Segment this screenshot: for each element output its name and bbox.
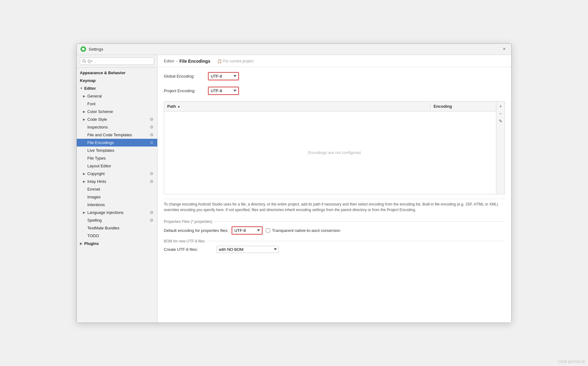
settings-badge-icon: ⚙: [150, 125, 154, 129]
bom-select[interactable]: with NO BOM with BOM: [217, 246, 279, 253]
sidebar-item-emmet[interactable]: Emmet: [77, 185, 157, 193]
transparent-label: Transparent native-to-ascii conversion: [272, 228, 340, 233]
sidebar-item-font[interactable]: Font: [77, 100, 157, 108]
sidebar-item-label-keymap: Keymap: [80, 78, 96, 83]
sidebar-item-label-spelling: Spelling: [87, 218, 102, 223]
settings-badge-icon: ⚙: [150, 140, 154, 145]
sidebar-item-todo[interactable]: TODO: [77, 232, 157, 240]
sidebar-item-general[interactable]: ▶General: [77, 92, 157, 100]
sidebar-item-label-todo: TODO: [87, 233, 99, 238]
sidebar-item-label-images: Images: [87, 195, 101, 199]
table-header: Path ▲ Encoding: [164, 102, 505, 111]
col-encoding: Encoding: [430, 103, 505, 110]
sidebar-item-label-language-injections: Language Injections: [87, 210, 123, 215]
settings-badge-icon: ⚙: [150, 133, 154, 137]
sidebar-item-label-file-encodings: File Encodings: [87, 140, 114, 145]
sidebar-search-area: [77, 55, 157, 68]
global-encoding-select[interactable]: UTF-8 UTF-16 ISO-8859-1: [209, 73, 238, 80]
props-row: Default encoding for properties files: U…: [164, 226, 505, 235]
sidebar-item-label-copyright: Copyright: [87, 171, 105, 176]
sidebar-item-color-scheme[interactable]: ▶Color Scheme: [77, 108, 157, 115]
settings-badge-icon: ⚙: [150, 171, 154, 176]
sidebar-item-inspections[interactable]: Inspections⚙: [77, 123, 157, 131]
sidebar-item-intentions[interactable]: Intentions: [77, 201, 157, 209]
page-header: Editor › File Encodings 📋 For current pr…: [158, 55, 511, 67]
sidebar: Appearance & BehaviorKeymap▼Editor▶Gener…: [77, 55, 158, 323]
sidebar-item-label-intentions: Intentions: [87, 202, 105, 207]
sidebar-item-label-layout-editor: Layout Editor: [87, 164, 111, 168]
svg-point-0: [82, 48, 85, 50]
sidebar-item-inlay-hints[interactable]: ▶Inlay Hints⚙: [77, 178, 157, 185]
sidebar-item-file-code-templates[interactable]: File and Code Templates⚙: [77, 131, 157, 139]
global-encoding-row: Global Encoding: UTF-8 UTF-16 ISO-8859-1: [164, 72, 505, 80]
sidebar-item-keymap[interactable]: Keymap: [77, 77, 157, 84]
main-content: Appearance & BehaviorKeymap▼Editor▶Gener…: [77, 55, 511, 323]
props-encoding-select[interactable]: UTF-8 UTF-16 ISO-8859-1: [232, 227, 262, 234]
sidebar-item-code-style[interactable]: ▶Code Style⚙: [77, 115, 157, 123]
sidebar-list: Appearance & BehaviorKeymap▼Editor▶Gener…: [77, 68, 157, 323]
encoding-hint: To change encoding Android Studio uses f…: [164, 199, 505, 215]
project-encoding-label: Project Encoding:: [164, 88, 204, 93]
sidebar-item-label-file-code-templates: File and Code Templates: [87, 133, 132, 137]
app-icon: [80, 46, 86, 52]
bom-section-title: BOM for new UTF-8 files: [164, 239, 505, 243]
edit-path-button[interactable]: ✎: [497, 118, 504, 124]
sidebar-item-plugins[interactable]: ▶Plugins: [77, 240, 157, 247]
sidebar-item-layout-editor[interactable]: Layout Editor: [77, 162, 157, 170]
global-encoding-select-wrapper: UTF-8 UTF-16 ISO-8859-1: [208, 72, 239, 80]
sidebar-item-images[interactable]: Images: [77, 193, 157, 201]
breadcrumb-current: File Encodings: [179, 59, 210, 64]
settings-badge-icon: ⚙: [150, 117, 154, 121]
settings-badge-icon: ⚙: [150, 179, 154, 183]
table-empty-state: Encodings are not configured: [164, 111, 505, 194]
sidebar-item-label-textmate-bundles: TextMate Bundles: [87, 226, 119, 230]
window-title: Settings: [89, 47, 501, 52]
transparent-conversion-row: Transparent native-to-ascii conversion: [266, 228, 340, 233]
sidebar-item-label-inspections: Inspections: [87, 125, 108, 129]
sidebar-item-label-color-scheme: Color Scheme: [87, 109, 113, 114]
sidebar-item-label-font: Font: [87, 102, 95, 106]
table-toolbar: + − ✎: [496, 102, 505, 194]
bom-section: BOM for new UTF-8 files Create UTF-8 fil…: [164, 239, 505, 253]
sidebar-item-label-emmet: Emmet: [87, 187, 100, 192]
encodings-table: Path ▲ Encoding Encodings are not config…: [164, 101, 505, 194]
remove-path-button[interactable]: −: [497, 110, 504, 117]
sort-icon: ▲: [177, 105, 180, 108]
sidebar-item-label-general: General: [87, 94, 102, 98]
sidebar-item-label-live-templates: Live Templates: [87, 148, 114, 153]
sidebar-item-label-appearance-behavior: Appearance & Behavior: [80, 70, 126, 75]
sidebar-item-label-editor: Editor: [84, 86, 96, 91]
main-body: Global Encoding: UTF-8 UTF-16 ISO-8859-1…: [158, 67, 511, 323]
col-path: Path ▲: [164, 103, 430, 110]
for-project-label: 📋 For current project: [217, 59, 254, 63]
sidebar-item-label-plugins: Plugins: [84, 241, 99, 246]
settings-window: Settings × Appearance & BehaviorKeymap▼E…: [76, 43, 512, 323]
props-encoding-label: Default encoding for properties files:: [164, 228, 228, 233]
sidebar-item-editor[interactable]: ▼Editor: [77, 84, 157, 92]
project-encoding-select[interactable]: UTF-8 UTF-16 ISO-8859-1: [209, 87, 238, 94]
transparent-checkbox[interactable]: [266, 228, 270, 233]
bom-row: Create UTF-8 files: with NO BOM with BOM: [164, 246, 505, 253]
properties-section: Properties Files (*.properties) Default …: [164, 219, 505, 235]
sidebar-item-label-inlay-hints: Inlay Hints: [87, 179, 106, 184]
close-button[interactable]: ×: [501, 46, 508, 52]
global-encoding-label: Global Encoding:: [164, 74, 204, 79]
breadcrumb-separator: ›: [176, 59, 177, 63]
props-encoding-select-wrapper: UTF-8 UTF-16 ISO-8859-1: [232, 226, 263, 235]
settings-badge-icon: ⚙: [150, 218, 154, 222]
search-input[interactable]: [80, 57, 154, 65]
project-encoding-row: Project Encoding: UTF-8 UTF-16 ISO-8859-…: [164, 87, 505, 95]
sidebar-item-textmate-bundles[interactable]: TextMate Bundles: [77, 224, 157, 232]
bom-label: Create UTF-8 files:: [164, 247, 214, 252]
sidebar-item-appearance-behavior[interactable]: Appearance & Behavior: [77, 69, 157, 77]
properties-section-title: Properties Files (*.properties): [164, 219, 505, 224]
watermark: CSDN @KYGALYA: [558, 360, 585, 364]
sidebar-item-file-types[interactable]: File Types: [77, 154, 157, 162]
add-path-button[interactable]: +: [497, 103, 504, 110]
sidebar-item-copyright[interactable]: ▶Copyright⚙: [77, 170, 157, 178]
sidebar-item-file-encodings[interactable]: File Encodings⚙: [77, 139, 157, 147]
sidebar-item-spelling[interactable]: Spelling⚙: [77, 216, 157, 224]
sidebar-item-language-injections[interactable]: ▶Language Injections⚙: [77, 209, 157, 216]
sidebar-item-live-templates[interactable]: Live Templates: [77, 147, 157, 154]
titlebar: Settings ×: [77, 44, 511, 55]
